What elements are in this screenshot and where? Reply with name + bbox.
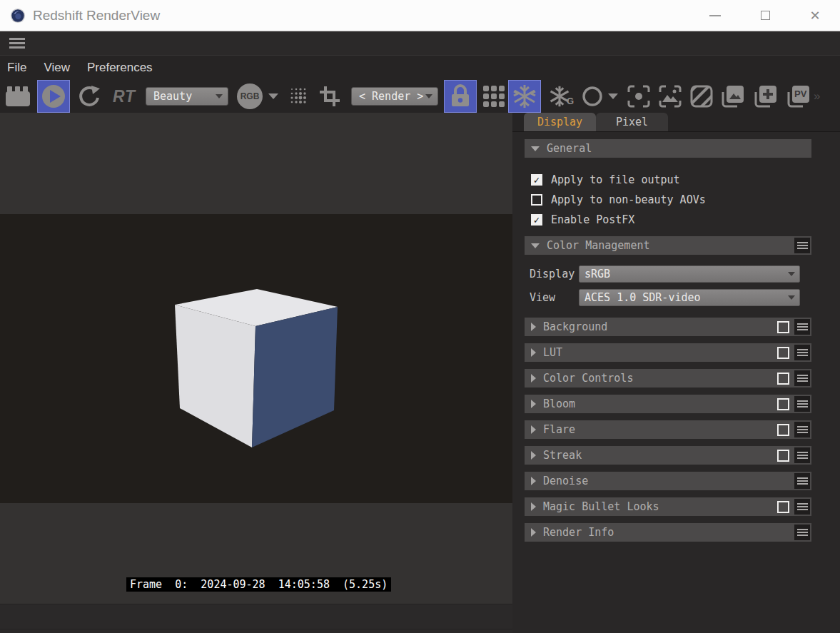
view-transform-dropdown[interactable]: ACES 1.0 SDR-video — [579, 289, 800, 306]
chrome-area: File View Preferences — [0, 31, 840, 113]
chevron-down-icon — [608, 93, 618, 99]
focus-target-button[interactable] — [627, 84, 651, 108]
channel-dropdown-button[interactable] — [268, 93, 278, 99]
tab-display[interactable]: Display — [524, 113, 596, 131]
tab-pixel[interactable]: Pixel — [596, 113, 668, 131]
sampling-circle-button[interactable] — [581, 85, 604, 108]
chevron-right-icon — [531, 348, 536, 357]
chevron-down-icon — [531, 146, 540, 151]
flare-enable-checkbox[interactable] — [777, 424, 789, 436]
section-flare[interactable]: Flare — [525, 420, 811, 439]
menu-bar: File View Preferences — [0, 56, 840, 80]
snapshot-image-button[interactable] — [719, 83, 745, 109]
section-lut[interactable]: LUT — [525, 343, 811, 362]
menu-view[interactable]: View — [44, 61, 70, 75]
section-color-controls[interactable]: Color Controls — [525, 369, 811, 388]
render-viewport[interactable]: Frame 0: 2024-09-28 14:05:58 (5.25s) — [0, 113, 512, 604]
crop-region-button[interactable] — [318, 85, 341, 108]
section-menu-icon[interactable] — [794, 345, 810, 360]
rendered-image — [0, 214, 512, 503]
chevron-right-icon — [531, 323, 536, 331]
section-general[interactable]: General — [525, 139, 811, 158]
menu-file[interactable]: File — [7, 61, 26, 75]
restart-render-button[interactable] — [77, 85, 101, 108]
lut-enable-checkbox[interactable] — [777, 347, 789, 359]
section-menu-icon[interactable] — [794, 396, 810, 412]
region-render-button[interactable] — [658, 84, 682, 108]
chevron-right-icon — [531, 502, 536, 511]
start-render-button[interactable] — [37, 80, 70, 113]
chevron-right-icon — [531, 477, 536, 485]
hamburger-menu-icon[interactable] — [6, 35, 28, 51]
apply-nonbeauty-aovs-row: Apply to non-beauty AOVs — [525, 190, 811, 210]
section-menu-icon[interactable] — [794, 447, 810, 463]
apply-nonbeauty-aovs-checkbox[interactable] — [531, 194, 542, 206]
enable-postfx-row: ✓ Enable PostFX — [525, 210, 811, 230]
section-magic-bullet-looks[interactable]: Magic Bullet Looks — [525, 497, 811, 516]
render-camera-dropdown[interactable]: < Render > — [351, 87, 438, 106]
chevron-right-icon — [531, 451, 536, 460]
lock-view-button[interactable] — [444, 80, 477, 113]
chevron-down-icon — [788, 272, 795, 276]
aov-dropdown[interactable]: Beauty — [146, 87, 228, 106]
section-menu-icon[interactable] — [794, 525, 810, 540]
panel-tabs: Display Pixel — [512, 113, 840, 132]
postfx-panel: Display Pixel General ✓ Apply to file ou… — [512, 113, 840, 633]
toolbar: RT Beauty RGB — [0, 80, 840, 113]
render-camera-value: < Render > — [359, 90, 423, 103]
grid-button[interactable] — [482, 85, 505, 108]
rt-mode-button[interactable]: RT — [108, 87, 140, 106]
section-color-management[interactable]: Color Management — [525, 236, 811, 255]
checker-overlay-button[interactable] — [689, 84, 714, 108]
close-button[interactable]: ✕ — [790, 0, 840, 31]
chevron-down-icon — [216, 94, 223, 98]
apply-file-output-checkbox[interactable]: ✓ — [531, 174, 542, 186]
toolbar-overflow-icon[interactable]: » — [814, 89, 819, 103]
chevron-right-icon — [531, 425, 536, 434]
send-to-picture-viewer-button[interactable]: PV — [785, 83, 811, 109]
maximize-button[interactable] — [740, 0, 790, 31]
mbl-enable-checkbox[interactable] — [777, 501, 789, 513]
section-bloom[interactable]: Bloom — [525, 395, 811, 413]
chevron-down-icon — [531, 243, 540, 248]
color-controls-enable-checkbox[interactable] — [777, 373, 789, 385]
section-streak[interactable]: Streak — [525, 446, 811, 465]
freeze-button[interactable] — [508, 80, 541, 113]
chevron-right-icon — [531, 400, 536, 408]
bloom-enable-checkbox[interactable] — [777, 398, 789, 410]
channel-rgb-button[interactable]: RGB — [237, 83, 263, 109]
section-menu-icon[interactable] — [794, 319, 810, 335]
menu-preferences[interactable]: Preferences — [87, 61, 153, 75]
freeze-global-button[interactable]: G — [545, 85, 574, 108]
add-snapshot-button[interactable] — [752, 83, 778, 109]
chevron-right-icon — [531, 374, 536, 383]
display-colorspace-dropdown[interactable]: sRGB — [579, 265, 800, 283]
section-denoise[interactable]: Denoise — [525, 472, 811, 490]
frame-info-stamp: Frame 0: 2024-09-28 14:05:58 (5.25s) — [126, 577, 391, 592]
section-menu-icon[interactable] — [794, 473, 810, 489]
minimize-button[interactable] — [690, 0, 740, 31]
section-background[interactable]: Background — [525, 318, 811, 336]
streak-enable-checkbox[interactable] — [777, 450, 789, 462]
section-menu-icon[interactable] — [794, 422, 810, 437]
section-menu-icon[interactable] — [794, 238, 810, 253]
apply-file-output-row: ✓ Apply to file output — [525, 170, 811, 190]
chevron-down-icon — [268, 93, 278, 99]
cube-right-face — [252, 307, 338, 447]
section-menu-icon[interactable] — [794, 370, 810, 386]
section-menu-icon[interactable] — [794, 499, 810, 515]
title-bar: Redshift RenderView ✕ — [0, 0, 840, 31]
aov-dropdown-value: Beauty — [153, 90, 192, 103]
view-transform-row: View ACES 1.0 SDR-video — [525, 289, 811, 306]
section-render-info[interactable]: Render Info — [525, 523, 811, 542]
background-enable-checkbox[interactable] — [777, 321, 789, 333]
chevron-down-icon — [788, 295, 795, 300]
chevron-down-icon — [425, 94, 432, 98]
enable-postfx-checkbox[interactable]: ✓ — [531, 214, 542, 226]
pv-label: PV — [794, 88, 806, 99]
window-title: Redshift RenderView — [33, 8, 160, 24]
cube-left-face — [175, 305, 255, 447]
snapshot-film-button[interactable] — [1, 80, 34, 113]
dithering-button[interactable] — [288, 86, 310, 107]
sampling-dropdown-button[interactable] — [608, 93, 618, 99]
